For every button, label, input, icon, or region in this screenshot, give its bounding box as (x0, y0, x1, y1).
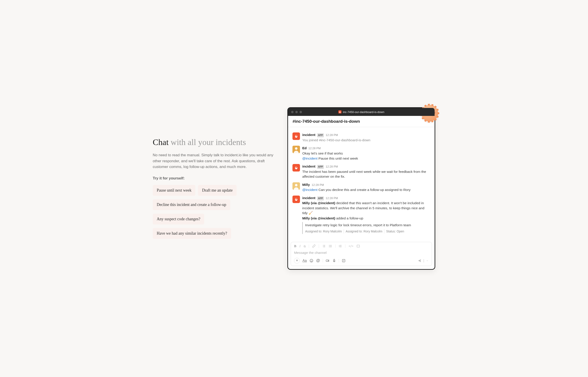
window-titlebar: inc-7450-our-dashboard-is-down (288, 108, 435, 116)
suggestion-code-changes[interactable]: Any suspect code changes? (153, 214, 204, 224)
message-text: Milly (via @incident) added a follow-up (302, 216, 430, 221)
message: incidentAPP12:28 PMThe incident has been… (293, 164, 430, 179)
app-badge: APP (317, 133, 324, 137)
traffic-light-close[interactable] (291, 111, 294, 113)
ordered-list-icon[interactable] (322, 244, 326, 248)
message-timestamp: 12:28 PM (326, 165, 338, 169)
message-text: Milly (via @incident) decided that this … (302, 201, 430, 215)
mention[interactable]: @incident (302, 156, 318, 160)
app-badge: APP (317, 165, 324, 169)
chat-window: PRIVATEBETA inc-7450-our-dashboard-is-do… (287, 107, 435, 270)
message-text: @incident Pause this until next week (302, 156, 430, 161)
message-composer: B I S </> Message the channel + Aa (291, 242, 432, 266)
incident-app-avatar (293, 164, 300, 172)
message: Ed12:28 PMOkay let's see if that works@i… (293, 146, 430, 161)
message: incidentAPP12:28 PMMilly (via @incident)… (293, 196, 430, 234)
message-text: You joined #inc-7450-our-dashboard-is-do… (302, 138, 430, 142)
svg-point-3 (295, 184, 297, 186)
svg-point-6 (329, 247, 329, 247)
app-badge: APP (317, 196, 324, 200)
traffic-light-minimize[interactable] (295, 111, 298, 113)
code-block-icon[interactable] (356, 244, 360, 248)
svg-rect-12 (334, 259, 335, 261)
attach-button[interactable]: + (294, 258, 300, 264)
message-list: incidentAPP12:28 PMYou joined #inc-7450-… (288, 127, 435, 239)
followup-meta: Assigned to: Rory MalcolmAssigned to: Ro… (305, 229, 430, 234)
link-icon[interactable] (312, 244, 316, 248)
message-input[interactable]: Message the channel (293, 248, 430, 257)
message-timestamp: 12:28 PM (312, 183, 324, 187)
incident-app-avatar (293, 196, 300, 203)
text-format-icon[interactable]: Aa (302, 259, 307, 263)
shortcuts-icon[interactable] (342, 259, 346, 263)
send-options-icon[interactable] (426, 259, 429, 262)
milly-avatar (293, 182, 300, 190)
bold-icon[interactable]: B (294, 244, 296, 248)
message-timestamp: 12:28 PM (326, 196, 338, 200)
svg-point-9 (311, 260, 311, 261)
ed-avatar (293, 146, 300, 153)
incident-app-avatar (293, 132, 300, 140)
italic-icon[interactable]: I (299, 244, 300, 248)
svg-point-8 (310, 259, 313, 262)
svg-point-5 (329, 246, 329, 246)
message-author: incident (302, 164, 315, 169)
emoji-icon[interactable] (309, 259, 313, 263)
blockquote-icon[interactable] (339, 244, 342, 248)
message-text: Okay let's see if that works (302, 151, 430, 156)
video-icon[interactable] (326, 259, 329, 263)
send-icon[interactable] (418, 259, 422, 263)
suggestion-decline-followup[interactable]: Decline this incident and create a follo… (153, 199, 230, 210)
code-icon[interactable]: </> (349, 245, 353, 248)
mention[interactable]: @incident (302, 188, 318, 192)
message: incidentAPP12:28 PMYou joined #inc-7450-… (293, 132, 430, 142)
svg-point-4 (329, 245, 329, 246)
hero-description: No need to read the manual. Simply talk … (153, 152, 274, 170)
message-author: Milly (302, 182, 310, 187)
suggestion-pause[interactable]: Pause until next week (153, 185, 195, 196)
message-text: @incident Can you decline this and creat… (302, 187, 430, 192)
try-it-label: Try it for yourself: (153, 176, 274, 181)
window-title: inc-7450-our-dashboard-is-down (338, 110, 384, 114)
svg-point-10 (312, 260, 312, 261)
microphone-icon[interactable] (332, 259, 336, 263)
bullet-list-icon[interactable] (329, 244, 332, 248)
hero-headline: Chat with all your incidents (153, 137, 274, 147)
suggestion-list: Pause until next week Draft me an update… (153, 185, 274, 240)
svg-rect-11 (326, 260, 328, 261)
message-timestamp: 12:28 PM (326, 133, 338, 137)
svg-point-1 (295, 147, 297, 150)
headline-strong: Chat (153, 138, 169, 147)
headline-light: with all your incidents (171, 138, 246, 147)
mention-icon[interactable]: @ (316, 258, 320, 263)
message-author: Ed (302, 146, 306, 151)
message-timestamp: 12:28 PM (308, 146, 321, 151)
flame-icon (338, 110, 341, 113)
channel-header: #inc-7450-our-dashboard-is-down (288, 116, 435, 127)
formatting-toolbar: B I S </> (293, 244, 430, 248)
suggestion-similar-incidents[interactable]: Have we had any similar incidents recent… (153, 228, 231, 239)
traffic-light-zoom[interactable] (300, 111, 302, 113)
message: Milly12:28 PM@incident Can you decline t… (293, 182, 430, 192)
message-author: incident (302, 196, 315, 200)
message-text: The incident has been paused until next … (302, 169, 430, 179)
message-author: incident (302, 132, 315, 137)
strikethrough-icon[interactable]: S (304, 244, 306, 248)
svg-rect-7 (357, 245, 360, 247)
followup-text: Investigate retry logic for lock timeout… (305, 223, 430, 228)
followup-block: Investigate retry logic for lock timeout… (302, 222, 430, 234)
suggestion-draft-update[interactable]: Draft me an update (198, 185, 236, 196)
